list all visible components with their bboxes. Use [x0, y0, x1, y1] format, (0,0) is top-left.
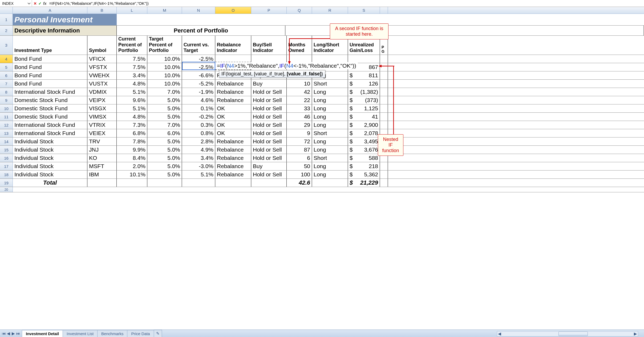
cell-current-pct[interactable]: 6.8%	[117, 129, 147, 137]
cell-partial[interactable]	[380, 71, 388, 79]
cell-target-pct[interactable]: 10.0%	[147, 63, 182, 71]
cell-symbol[interactable]: MSFT	[87, 162, 117, 170]
cell-vs-target[interactable]: -6.6%	[182, 71, 215, 79]
cell-vs-target[interactable]: -0.2%	[182, 113, 215, 121]
cell-months[interactable]: 100	[287, 170, 312, 178]
cell-partial[interactable]	[380, 80, 388, 88]
row-header-1[interactable]: 1	[0, 14, 13, 25]
total-months[interactable]: 42.6	[287, 179, 312, 187]
cell-type[interactable]: Individual Stock	[13, 170, 87, 178]
cell-symbol[interactable]: VTRIX	[87, 121, 117, 129]
cell-target-pct[interactable]: 6.0%	[147, 129, 182, 137]
cell-vs-target[interactable]: -1.9%	[182, 88, 215, 96]
enter-icon[interactable]: ✓	[38, 1, 42, 6]
row-header-8[interactable]: 8	[0, 88, 13, 96]
col-header-B[interactable]: B	[87, 7, 117, 14]
cell-partial[interactable]	[380, 88, 388, 96]
cell-rebalance[interactable]: Rebalance	[215, 137, 251, 145]
name-box[interactable]: INDEX	[0, 0, 32, 7]
cell-vs-target[interactable]: 4.6%	[182, 96, 215, 104]
cell-type[interactable]: Bond Fund	[13, 63, 87, 71]
cancel-icon[interactable]: ✕	[34, 1, 37, 6]
total-gainloss[interactable]: $21,229	[348, 179, 380, 187]
cell-gainloss[interactable]	[348, 55, 380, 63]
cell-target-pct[interactable]: 5.0%	[147, 96, 182, 104]
cell-target-pct[interactable]: 10.0%	[147, 80, 182, 88]
cell-target-pct[interactable]: 5.0%	[147, 146, 182, 154]
cell-symbol[interactable]: VISGX	[87, 104, 117, 112]
cell-longshort[interactable]: Long	[312, 88, 348, 96]
cell-longshort[interactable]: Short	[312, 129, 348, 137]
cell-months[interactable]: 29	[287, 121, 312, 129]
cell-buysell[interactable]: Hold or Sell	[251, 121, 287, 129]
col-header-N[interactable]: N	[182, 7, 215, 14]
cell-target-pct[interactable]: 5.0%	[147, 170, 182, 178]
cell-type[interactable]: International Stock Fund	[13, 88, 87, 96]
cell-partial[interactable]	[380, 104, 388, 112]
cell-current-pct[interactable]: 9.6%	[117, 96, 147, 104]
cell-months[interactable]: 42	[287, 88, 312, 96]
row-header-10[interactable]: 10	[0, 104, 13, 112]
cell-vs-target[interactable]: 4.9%	[182, 146, 215, 154]
row-header-17[interactable]: 17	[0, 162, 13, 170]
hdr-current-vs-target[interactable]: Current vs. Target	[182, 36, 215, 55]
cell-current-pct[interactable]: 7.5%	[117, 63, 147, 71]
cell-symbol[interactable]: VIMSX	[87, 113, 117, 121]
cell-symbol[interactable]: VUSTX	[87, 80, 117, 88]
cell-type[interactable]: Individual Stock	[13, 137, 87, 145]
cell-target-pct[interactable]: 7.0%	[147, 88, 182, 96]
cell-gainloss[interactable]: $41	[348, 113, 380, 121]
cell-current-pct[interactable]: 4.8%	[117, 80, 147, 88]
cell-vs-target[interactable]: 3.4%	[182, 154, 215, 162]
cell-target-pct[interactable]: 5.0%	[147, 113, 182, 121]
hdr-target-pct[interactable]: Target Percent of Portfolio	[147, 36, 182, 55]
row-header-4[interactable]: 4	[0, 55, 13, 63]
cell-gainloss[interactable]: $811	[348, 71, 380, 79]
portfolio-header[interactable]: Percent of Portfolio	[117, 26, 285, 35]
dropdown-icon[interactable]	[27, 2, 31, 5]
cell-months[interactable]: 50	[287, 162, 312, 170]
cell-partial[interactable]	[380, 55, 388, 63]
cell-gainloss[interactable]: $(1,382)	[348, 88, 380, 96]
cell-months[interactable]: 72	[287, 137, 312, 145]
cell-vs-target[interactable]: 0.1%	[182, 104, 215, 112]
hdr-investment-type[interactable]: Investment Type	[13, 36, 87, 55]
cell-rebalance[interactable]: Rebalance	[215, 88, 251, 96]
cell-type[interactable]: Bond Fund	[13, 80, 87, 88]
cell-rebalance[interactable]	[215, 55, 251, 63]
col-header-P[interactable]: P	[251, 7, 287, 14]
cell-target-pct[interactable]: 5.0%	[147, 104, 182, 112]
cell-buysell[interactable]: Hold or Sell	[251, 146, 287, 154]
col-header-S[interactable]: S	[348, 7, 380, 14]
cell-buysell[interactable]: Hold or Sell	[251, 137, 287, 145]
cell-longshort[interactable]: Long	[312, 121, 348, 129]
cell-current-pct[interactable]: 7.3%	[117, 121, 147, 129]
cell-gainloss[interactable]: $(373)	[348, 96, 380, 104]
col-header-R[interactable]: R	[312, 7, 348, 14]
cell-current-pct[interactable]: 3.4%	[117, 71, 147, 79]
cell-buysell[interactable]: Buy	[251, 80, 287, 88]
cell-partial[interactable]	[380, 162, 388, 170]
row-header-3[interactable]: 3	[0, 36, 13, 55]
cell-rebalance[interactable]: Rebalance	[215, 146, 251, 154]
row-header-2[interactable]: 2	[0, 26, 13, 35]
cell-longshort[interactable]: Long	[312, 104, 348, 112]
cell-longshort[interactable]: Short	[312, 80, 348, 88]
cell-target-pct[interactable]: 5.0%	[147, 137, 182, 145]
hdr-buysell[interactable]: Buy/Sell Indicator	[251, 36, 287, 55]
cell-symbol[interactable]: IBM	[87, 170, 117, 178]
cell-rebalance[interactable]: OK	[215, 113, 251, 121]
row-header-19[interactable]: 19	[0, 179, 13, 187]
formula-input[interactable]: =IF(N4>1%,"Rebalance",IF(N4<-1%,"Rebalan…	[48, 1, 148, 6]
cell-rebalance[interactable]: Rebalance	[215, 96, 251, 104]
cell-type[interactable]: Individual Stock	[13, 162, 87, 170]
row-header-13[interactable]: 13	[0, 129, 13, 137]
cell-months[interactable]: 46	[287, 113, 312, 121]
cell-longshort[interactable]: Long	[312, 170, 348, 178]
cell-buysell[interactable]: Hold or Sell	[251, 96, 287, 104]
row-header-14[interactable]: 14	[0, 137, 13, 145]
cell-symbol[interactable]: VWEHX	[87, 71, 117, 79]
col-header-O[interactable]: O	[215, 7, 251, 14]
cell-gainloss[interactable]: $126	[348, 80, 380, 88]
cell-longshort[interactable]: Long	[312, 146, 348, 154]
